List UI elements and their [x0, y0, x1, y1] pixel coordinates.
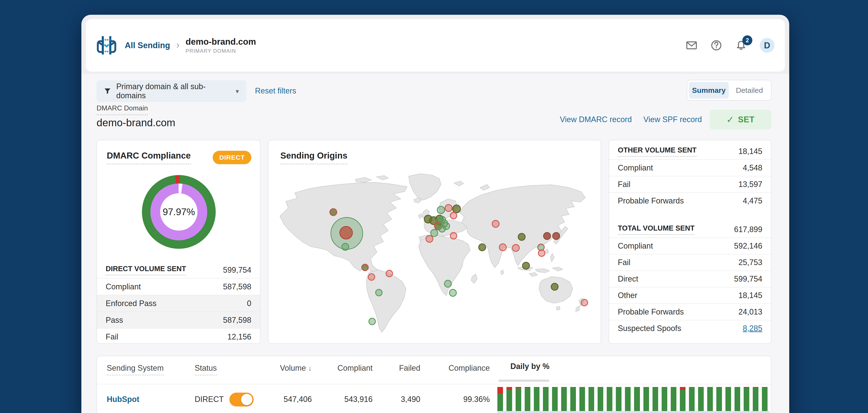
daily-bar — [671, 387, 676, 411]
notifications-bell-icon[interactable]: 2 — [735, 39, 747, 52]
daily-bar-fail-segment — [525, 387, 530, 388]
volume-row: Other18,145 — [609, 287, 771, 304]
dmarc-set-button[interactable]: ✓ SET — [710, 109, 771, 129]
stat-label: Fail — [106, 332, 118, 342]
domain-filter-label: Primary domain & all sub-domains — [116, 82, 230, 100]
stat-value: 587,598 — [223, 316, 251, 325]
world-map — [273, 171, 596, 339]
daily-bar — [762, 387, 768, 411]
section-gap — [609, 209, 771, 218]
compliance-donut-chart: 97.97% — [142, 175, 216, 249]
reset-filters-link[interactable]: Reset filters — [255, 86, 296, 95]
direct-volume-table: DIRECT VOLUME SENT 599,754 Compliant587,… — [97, 262, 260, 343]
breadcrumb-domain-type: PRIMARY DOMAIN — [186, 48, 256, 54]
tab-detailed[interactable]: Detailed — [730, 82, 769, 98]
daily-bar — [570, 387, 576, 411]
volume-row: Probable Forwards24,013 — [609, 304, 771, 320]
volume-summary-panel: OTHER VOLUME SENT18,145Compliant4,548Fai… — [609, 144, 771, 337]
map-dot — [478, 243, 486, 251]
daily-bar — [561, 387, 567, 411]
column-header-sending-system: Sending System — [107, 363, 164, 373]
volume-row-value: 24,013 — [739, 307, 762, 316]
chevron-right-icon: › — [176, 40, 180, 50]
view-dmarc-record-link[interactable]: View DMARC record — [560, 115, 632, 124]
tab-summary[interactable]: Summary — [689, 82, 729, 98]
map-dot — [369, 318, 376, 325]
column-header-daily-by-pct: Daily by % — [510, 362, 550, 371]
volume-row: Compliant4,548 — [609, 159, 771, 176]
set-button-label: SET — [738, 115, 755, 124]
daily-bar — [725, 387, 731, 411]
daily-chart-scrollbar[interactable] — [498, 380, 550, 382]
sending-origin-dots — [273, 171, 596, 339]
daily-bar — [625, 387, 630, 411]
chevron-down-icon: ▾ — [236, 87, 239, 95]
daily-bar — [707, 387, 713, 411]
map-dot — [450, 232, 457, 240]
daily-bar — [716, 387, 722, 411]
daily-bar — [735, 387, 740, 411]
daily-bar — [698, 387, 704, 411]
volume-row-label: Fail — [618, 180, 630, 189]
breadcrumb-current: demo-brand.com PRIMARY DOMAIN — [186, 37, 256, 54]
daily-bar — [598, 387, 603, 411]
map-dot — [438, 225, 446, 232]
volume-row-label: Suspected Spoofs — [618, 324, 681, 333]
volume-row: Fail13,597 — [609, 176, 771, 192]
dmarcian-logo[interactable] — [96, 35, 117, 56]
daily-bar — [689, 387, 694, 411]
volume-row-label: Other — [618, 291, 637, 300]
map-dot — [518, 233, 526, 241]
volume-row-value: 4,548 — [743, 163, 762, 172]
volume-row: Direct599,754 — [609, 271, 771, 287]
daily-bar — [525, 387, 530, 411]
daily-bar — [552, 387, 558, 411]
daily-bar — [543, 387, 549, 411]
volume-row-label: Probable Forwards — [618, 307, 684, 316]
volume-value: 547,406 — [249, 395, 312, 404]
map-dot — [368, 273, 375, 281]
map-dot — [543, 232, 551, 240]
compliance-card-header: DMARC Compliance DIRECT — [107, 151, 251, 164]
map-dot — [512, 244, 520, 252]
volume-section-label: TOTAL VOLUME SENT — [618, 224, 694, 235]
map-dot — [341, 243, 349, 251]
domain-filter-dropdown[interactable]: Primary domain & all sub-domains ▾ — [97, 80, 246, 102]
column-header-compliance: Compliance — [429, 363, 490, 373]
avatar[interactable]: D — [760, 38, 774, 53]
map-dot — [445, 204, 453, 212]
daily-bar-fail-segment — [516, 387, 521, 388]
help-icon[interactable] — [710, 39, 722, 52]
sending-system-hubspot-link[interactable]: HubSpot — [107, 395, 139, 404]
stat-label: Enforced Pass — [106, 299, 156, 308]
column-header-failed: Failed — [381, 363, 420, 373]
volume-row-value: 599,754 — [734, 275, 762, 284]
volume-row-value: 592,146 — [734, 242, 762, 251]
breadcrumb-all-sending[interactable]: All Sending — [125, 41, 170, 50]
map-dot — [330, 208, 337, 216]
map-dot — [385, 270, 393, 277]
sending-systems-table-card: Sending System Status Volume↓ Compliant … — [97, 356, 771, 413]
column-header-volume[interactable]: Volume↓ — [249, 363, 312, 373]
table-row-divider — [97, 384, 771, 384]
compliance-value: 99.36% — [429, 395, 490, 404]
mail-icon[interactable] — [685, 39, 698, 52]
view-spf-record-link[interactable]: View SPF record — [643, 115, 702, 124]
topbar-icons: 2 D — [685, 38, 774, 53]
sort-desc-icon: ↓ — [308, 364, 312, 372]
sending-origins-title: Sending Origins — [280, 151, 347, 164]
daily-bar-fail-segment — [497, 387, 503, 393]
suspected-spoofs-link[interactable]: 8,285 — [743, 324, 762, 333]
daily-chart-baseline — [497, 411, 770, 413]
stat-label: Compliant — [106, 282, 141, 291]
volume-section-label: OTHER VOLUME SENT — [618, 146, 696, 157]
stat-value: 12,156 — [227, 332, 251, 342]
stat-row: Fail12,156 — [97, 328, 260, 345]
dmarc-domain-value: demo-brand.com — [97, 117, 175, 129]
direct-volume-header-label: DIRECT VOLUME SENT — [106, 265, 186, 276]
volume-row-label: Probable Forwards — [618, 196, 684, 205]
volume-section-value: 617,899 — [734, 225, 762, 234]
daily-bar-fail-segment — [506, 387, 512, 390]
map-dot — [339, 226, 353, 240]
map-dot — [492, 220, 499, 228]
